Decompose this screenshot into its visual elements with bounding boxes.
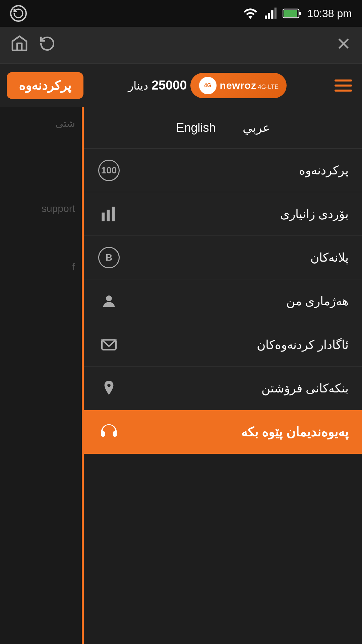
hamburger-button[interactable] [331,76,355,95]
menu-item-my-number[interactable]: هەژماری من [84,279,362,323]
svg-rect-3 [274,8,276,19]
svg-rect-10 [107,210,110,221]
status-time: 10:38 pm [307,7,352,20]
app-header: پرکردنەوه دینار 25000 4G newroz 4G-LTE [0,64,362,107]
network-sub: 4G-LTE [258,84,279,90]
svg-rect-11 [112,207,115,221]
menu-label-my-number: هەژماری من [131,294,349,308]
balance-currency: دینار [128,79,148,92]
main-area: شتی support f English عربي پرکردنەوه 100… [0,107,362,644]
app-icon [10,5,27,22]
svg-rect-9 [102,212,105,221]
person-icon [97,289,121,313]
battery-icon [283,8,301,18]
language-row: English عربي [84,107,362,149]
svg-rect-5 [299,12,301,15]
close-button[interactable] [335,35,352,55]
menu-item-stores[interactable]: بنکەکانی فرۆشتن [84,367,362,410]
mail-icon [97,333,121,357]
hamburger-line-1 [335,79,352,82]
home-button[interactable] [10,34,29,56]
sidebar-partial-text-1: شتی [55,117,75,129]
reload-button[interactable] [39,35,56,55]
hamburger-line-3 [335,90,352,92]
status-left [10,5,27,22]
status-bar: 10:38 pm [0,0,362,27]
network-name: newroz [220,80,256,91]
menu-label-data-usage: بۆردی زانیاری [131,207,349,221]
menu-label-plans: پلانەکان [131,251,349,265]
headset-icon [97,420,121,444]
menu-label-notifications: ئاگادار کردنەوەکان [131,338,349,352]
contact-label: پەیوەندیمان پێوه بکه [131,425,349,439]
svg-rect-0 [265,15,267,18]
menu-item-data-usage[interactable]: بۆردی زانیاری [84,192,362,236]
svg-rect-1 [268,13,270,18]
left-sidebar: شتی support f [0,107,84,644]
lang-arabic[interactable]: عربي [243,121,270,135]
status-right: 10:38 pm [243,7,352,20]
menu-item-plans[interactable]: پلانەکان B [84,236,362,279]
menu-item-notifications[interactable]: ئاگادار کردنەوەکان [84,323,362,367]
menu-label-recharge: پرکردنەوه [131,163,349,177]
recharge-button[interactable]: پرکردنەوه [7,72,83,99]
browser-toolbar [0,27,362,64]
network-badge: 4G newroz 4G-LTE [190,73,287,98]
bottom-area [84,454,362,644]
header-center: دینار 25000 4G newroz 4G-LTE [83,73,331,98]
svg-point-12 [106,295,112,301]
plans-icon: B [97,246,121,269]
sidebar-partial-text-2: support [42,203,75,214]
menu-item-recharge[interactable]: پرکردنەوه 100 [84,149,362,192]
network-logo: 4G [198,76,217,95]
recharge-icon: 100 [97,159,121,182]
contact-row[interactable]: پەیوەندیمان پێوه بکه [84,410,362,454]
bar-chart-icon [97,202,121,226]
signal-icon [264,7,277,20]
pin-icon [97,377,121,400]
svg-rect-2 [271,10,273,19]
svg-rect-6 [284,10,297,17]
wifi-icon [243,7,258,20]
balance-amount: 25000 [152,78,187,93]
sidebar-partial-text-3: f [72,261,75,273]
network-name-group: newroz 4G-LTE [220,80,279,91]
hamburger-line-2 [335,85,352,87]
dropdown-menu: English عربي پرکردنەوه 100 بۆردی زانیاری [84,107,362,644]
menu-label-stores: بنکەکانی فرۆشتن [131,381,349,395]
lang-english[interactable]: English [176,121,216,135]
